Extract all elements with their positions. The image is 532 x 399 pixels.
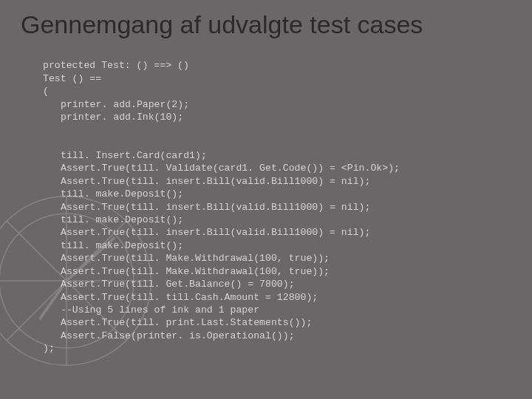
slide-container: Gennemgang af udvalgte test cases protec… [0,0,532,399]
code-line: Assert.True(till. print.Last.Statements(… [43,317,312,328]
code-line: Assert.True(till. Make.Withdrawal(100, t… [43,253,330,264]
code-line: protected Test: () ==> () [43,60,189,71]
code-line: till. make.Deposit(); [43,240,183,251]
blank-line [43,124,511,137]
code-line: Assert.True(till. insert.Bill(valid.Bill… [43,176,370,187]
code-line: Assert.True(till. Make.Withdrawal(100, t… [43,266,330,277]
code-line: Test () == [43,73,101,84]
code-line: printer. add.Ink(10); [43,112,183,123]
code-line: till. Insert.Card(card1); [43,150,207,161]
code-line: ); [43,343,55,354]
code-line: Assert.False(printer. is.Operational()); [43,330,295,341]
slide-title: Gennemgang af udvalgte test cases [21,10,511,39]
code-line: Assert.True(till. Get.Balance() = 7800); [43,279,295,290]
code-line: Assert.True(till. insert.Bill(valid.Bill… [43,227,370,238]
code-block: protected Test: () ==> () Test () == ( p… [21,47,511,368]
code-line: printer. add.Paper(2); [43,99,189,110]
code-line: Assert.True(till. insert.Bill(valid.Bill… [43,202,370,213]
code-line: till. make.Deposit(); [43,214,183,225]
code-line: Assert.True(till. Validate(card1. Get.Co… [43,163,400,174]
code-line: till. make.Deposit(); [43,188,183,200]
code-line: ( [43,86,49,97]
code-line: --Using 5 lines of ink and 1 paper [43,304,259,316]
code-line: Assert.True(till. till.Cash.Amount = 128… [43,292,318,303]
